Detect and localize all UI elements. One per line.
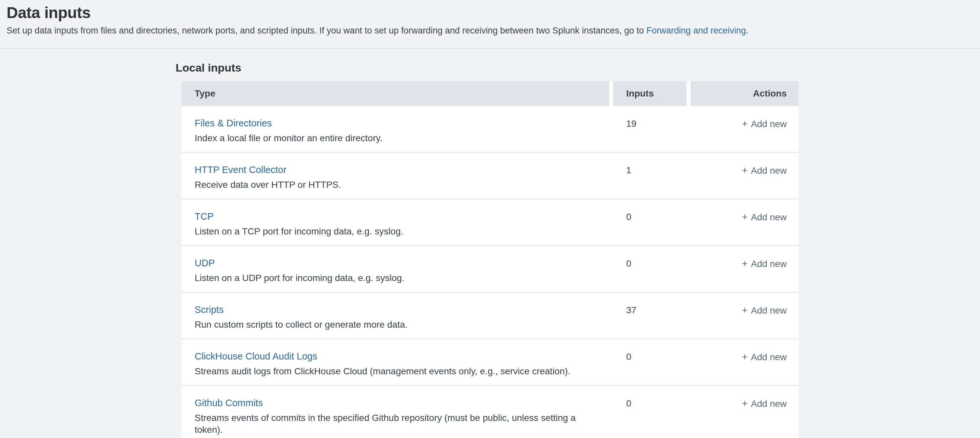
actions-cell: +Add new: [687, 153, 799, 199]
page-description-text: Set up data inputs from files and direct…: [6, 25, 647, 35]
local-inputs-table: Type Inputs Actions Files & Directories …: [181, 81, 799, 438]
table-row: HTTP Event Collector Receive data over H…: [181, 153, 799, 199]
inputs-count: 0: [609, 386, 687, 438]
actions-cell: +Add new: [687, 293, 799, 339]
add-new-button[interactable]: +Add new: [742, 352, 787, 362]
table-row: ClickHouse Cloud Audit Logs Streams audi…: [181, 339, 799, 386]
add-new-label: Add new: [751, 259, 787, 269]
type-cell: ClickHouse Cloud Audit Logs Streams audi…: [181, 339, 609, 385]
add-new-button[interactable]: +Add new: [742, 119, 787, 129]
add-new-button[interactable]: +Add new: [742, 259, 787, 269]
actions-cell: +Add new: [687, 106, 799, 152]
add-new-label: Add new: [751, 166, 787, 176]
table-row: Files & Directories Index a local file o…: [181, 106, 799, 153]
input-type-description: Listen on a UDP port for incoming data, …: [195, 272, 603, 284]
type-cell: Scripts Run custom scripts to collect or…: [181, 293, 609, 339]
actions-cell: +Add new: [687, 339, 799, 385]
column-header-type: Type: [181, 81, 609, 106]
inputs-count: 1: [609, 153, 687, 199]
add-new-button[interactable]: +Add new: [742, 305, 787, 315]
actions-cell: +Add new: [687, 199, 799, 245]
type-cell: UDP Listen on a UDP port for incoming da…: [181, 246, 609, 292]
type-cell: HTTP Event Collector Receive data over H…: [181, 153, 609, 199]
input-type-link[interactable]: Github Commits: [195, 397, 263, 409]
actions-cell: +Add new: [687, 386, 799, 438]
type-cell: TCP Listen on a TCP port for incoming da…: [181, 199, 609, 245]
table-row: UDP Listen on a UDP port for incoming da…: [181, 246, 799, 293]
plus-icon: +: [742, 304, 748, 316]
input-type-description: Run custom scripts to collect or generat…: [195, 319, 603, 331]
input-type-description: Streams events of commits in the specifi…: [195, 412, 603, 436]
table-row: Github Commits Streams events of commits…: [181, 386, 799, 438]
add-new-button[interactable]: +Add new: [742, 166, 787, 176]
input-type-link[interactable]: ClickHouse Cloud Audit Logs: [195, 350, 317, 363]
add-new-button[interactable]: +Add new: [742, 212, 787, 222]
inputs-count: 37: [609, 293, 687, 339]
table-row: Scripts Run custom scripts to collect or…: [181, 293, 799, 339]
add-new-label: Add new: [751, 119, 787, 129]
input-type-description: Streams audit logs from ClickHouse Cloud…: [195, 365, 603, 377]
plus-icon: +: [742, 211, 748, 223]
page-header: Data inputs Set up data inputs from file…: [0, 0, 980, 49]
add-new-label: Add new: [751, 212, 787, 222]
inputs-count: 19: [609, 106, 687, 152]
inputs-count: 0: [609, 246, 687, 292]
input-type-description: Index a local file or monitor an entire …: [195, 132, 603, 144]
table-row: TCP Listen on a TCP port for incoming da…: [181, 199, 799, 246]
page-description: Set up data inputs from files and direct…: [6, 25, 974, 36]
plus-icon: +: [742, 164, 748, 176]
actions-cell: +Add new: [687, 246, 799, 292]
input-type-link[interactable]: TCP: [195, 210, 214, 223]
local-inputs-section: Local inputs Type Inputs Actions Files &…: [0, 49, 980, 438]
type-cell: Github Commits Streams events of commits…: [181, 386, 609, 438]
forwarding-and-receiving-link[interactable]: Forwarding and receiving: [647, 25, 746, 35]
input-type-link[interactable]: UDP: [195, 257, 215, 269]
page-description-period: .: [746, 25, 749, 35]
column-header-actions: Actions: [687, 81, 799, 106]
type-cell: Files & Directories Index a local file o…: [181, 106, 609, 152]
add-new-label: Add new: [751, 305, 787, 315]
input-type-link[interactable]: Scripts: [195, 303, 224, 316]
input-type-link[interactable]: Files & Directories: [195, 117, 272, 129]
column-header-inputs: Inputs: [609, 81, 687, 106]
add-new-label: Add new: [751, 398, 787, 409]
table-header-row: Type Inputs Actions: [181, 81, 799, 106]
page-title: Data inputs: [6, 3, 974, 22]
input-type-description: Receive data over HTTP or HTTPS.: [195, 179, 603, 191]
input-type-link[interactable]: HTTP Event Collector: [195, 164, 286, 176]
inputs-count: 0: [609, 339, 687, 385]
plus-icon: +: [742, 258, 748, 269]
section-title: Local inputs: [176, 61, 980, 75]
plus-icon: +: [742, 118, 748, 130]
inputs-count: 0: [609, 199, 687, 245]
plus-icon: +: [742, 398, 748, 409]
input-type-description: Listen on a TCP port for incoming data, …: [195, 226, 603, 237]
plus-icon: +: [742, 351, 748, 363]
add-new-label: Add new: [751, 352, 787, 362]
add-new-button[interactable]: +Add new: [742, 398, 787, 409]
